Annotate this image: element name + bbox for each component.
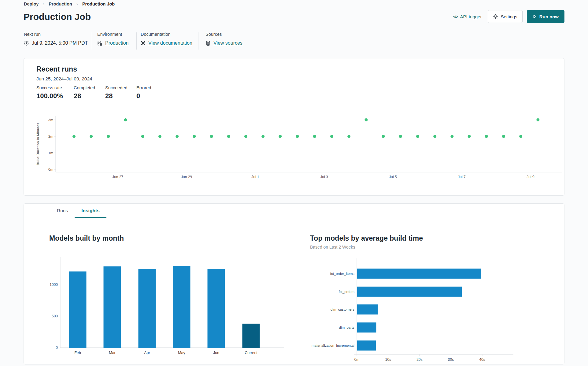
svg-text:0: 0 (56, 346, 58, 350)
svg-text:Jun 27: Jun 27 (112, 175, 123, 179)
environment-database-icon (97, 41, 102, 46)
meta-label: Documentation (141, 32, 192, 37)
meta-next-run: Next run Jul 9, 2024, 5:00 PM PDT (24, 32, 88, 46)
view-documentation-link[interactable]: View documentation (148, 40, 192, 46)
svg-text:Current: Current (245, 351, 257, 355)
top-models-subtitle: Based on Last 2 Weeks (310, 245, 355, 250)
divider (136, 32, 137, 50)
meta-documentation: Documentation View documentation (141, 32, 192, 46)
stat-value: 0 (136, 92, 151, 100)
meta-label: Next run (24, 32, 88, 37)
models-built-by-month-title: Models built by month (49, 234, 124, 242)
breadcrumb-production-job: Production Job (82, 2, 115, 6)
api-trigger-link[interactable]: </> API trigger (453, 14, 482, 19)
svg-text:1000: 1000 (50, 283, 58, 287)
build-duration-scatter-chart: Build Duration in Minutes0m1m2m3mJun 27J… (24, 113, 565, 191)
meta-sources: Sources View sources (205, 32, 242, 46)
stat-errored: Errored 0 (136, 85, 151, 100)
svg-text:fct_order_items: fct_order_items (330, 272, 355, 275)
clock-icon (24, 41, 29, 46)
stat-label: Errored (136, 85, 151, 90)
stat-value: 28 (74, 92, 95, 100)
stat-success-rate: Success rate 100.00% (36, 85, 63, 100)
svg-text:dim_parts: dim_parts (339, 326, 355, 329)
recent-runs-card: Recent runs Jun 25, 2024–Jul 09, 2024 Su… (24, 58, 564, 196)
svg-text:10s: 10s (385, 357, 391, 362)
svg-text:30s: 30s (448, 357, 454, 362)
play-icon (533, 14, 537, 19)
svg-text:Jul 9: Jul 9 (527, 175, 534, 179)
svg-text:dim_customers: dim_customers (331, 308, 354, 311)
stat-label: Completed (74, 85, 95, 90)
svg-text:Jul 7: Jul 7 (458, 175, 466, 179)
recent-runs-date-range: Jun 25, 2024–Jul 09, 2024 (36, 76, 92, 82)
svg-text:20s: 20s (416, 357, 422, 362)
meta-environment: Environment Production (97, 32, 129, 46)
svg-text:Apr: Apr (144, 351, 150, 355)
svg-text:Build Duration in Minutes: Build Duration in Minutes (36, 123, 40, 165)
settings-label: Settings (501, 14, 517, 19)
svg-text:0m: 0m (354, 357, 360, 362)
svg-text:3m: 3m (48, 118, 53, 122)
view-sources-link[interactable]: View sources (213, 40, 242, 46)
code-icon: </> (453, 14, 458, 19)
meta-label: Environment (97, 32, 129, 37)
svg-text:Jul 1: Jul 1 (251, 175, 259, 179)
stat-value: 28 (105, 92, 128, 100)
job-meta-strip: Next run Jul 9, 2024, 5:00 PM PDT Enviro… (0, 32, 588, 50)
breadcrumb-production[interactable]: Production (49, 2, 72, 6)
svg-text:Mar: Mar (109, 351, 116, 355)
stat-value: 100.00% (36, 92, 63, 100)
tab-insights[interactable]: Insights (75, 204, 106, 218)
environment-link[interactable]: Production (105, 40, 129, 46)
svg-text:1m: 1m (48, 151, 53, 155)
svg-text:Feb: Feb (74, 351, 81, 355)
recent-runs-title: Recent runs (36, 65, 77, 73)
svg-text:May: May (178, 351, 185, 355)
top-models-title: Top models by average build time (310, 234, 423, 242)
svg-text:Jun: Jun (213, 351, 219, 355)
runs-insights-card: Runs Insights Models built by month Top … (24, 203, 564, 364)
next-run-value: Jul 9, 2024, 5:00 PM PDT (32, 40, 88, 46)
stat-label: Succeeded (105, 85, 128, 90)
svg-text:500: 500 (52, 314, 58, 318)
svg-text:40s: 40s (479, 357, 485, 362)
svg-text:Jul 5: Jul 5 (389, 175, 397, 179)
gear-icon (493, 14, 498, 19)
chevron-right-icon: › (43, 1, 44, 6)
chevron-right-icon: › (76, 1, 78, 6)
svg-text:fct_orders: fct_orders (339, 290, 354, 294)
page-title: Production Job (24, 12, 91, 22)
api-trigger-label: API trigger (460, 14, 482, 19)
divider (198, 32, 198, 50)
dbt-docs-icon (141, 41, 146, 46)
run-now-label: Run now (539, 14, 559, 19)
divider (92, 32, 92, 50)
tab-bar: Runs Insights (24, 204, 564, 218)
svg-text:0m: 0m (48, 168, 53, 171)
svg-text:2m: 2m (48, 135, 53, 138)
stat-label: Success rate (36, 85, 63, 90)
meta-label: Sources (205, 32, 242, 37)
database-icon (205, 41, 211, 46)
stat-succeeded: Succeeded 28 (105, 85, 128, 100)
breadcrumb-deploy[interactable]: Deploy (24, 2, 39, 6)
header-actions: </> API trigger Settings Run now (453, 10, 564, 23)
run-now-button[interactable]: Run now (527, 10, 564, 23)
svg-text:materialization_incremental: materialization_incremental (312, 344, 354, 347)
settings-button[interactable]: Settings (488, 10, 522, 23)
svg-text:Jul 3: Jul 3 (320, 175, 328, 179)
stat-completed: Completed 28 (74, 85, 95, 100)
tab-runs[interactable]: Runs (50, 204, 75, 218)
top-models-by-build-time-chart: 0m10s20s30s40sfct_order_itemsfct_ordersd… (309, 254, 537, 364)
models-built-by-month-chart: 05001000FebMarAprMayJunCurrent (43, 254, 288, 361)
breadcrumb: Deploy › Production › Production Job (24, 1, 115, 6)
svg-text:Jun 29: Jun 29 (181, 175, 192, 179)
